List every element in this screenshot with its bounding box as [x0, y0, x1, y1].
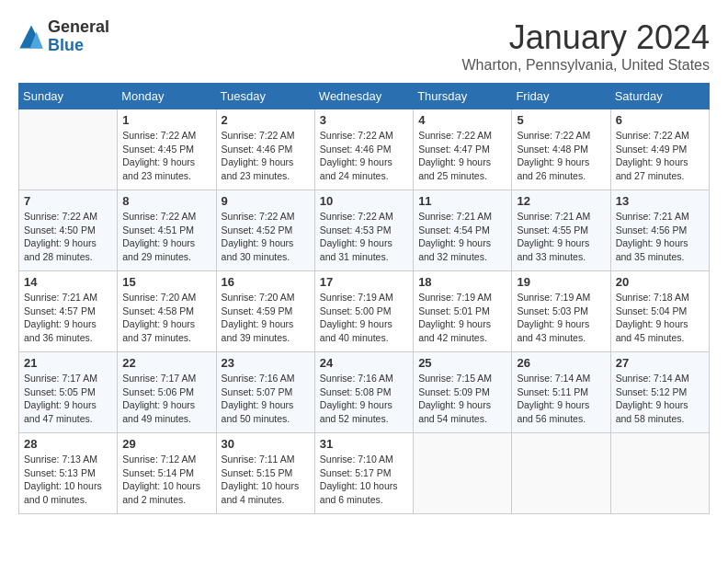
- title-block: January 2024 Wharton, Pennsylvania, Unit…: [462, 18, 710, 74]
- day-info: Sunrise: 7:12 AMSunset: 5:14 PMDaylight:…: [122, 453, 210, 507]
- logo-general-label: General: [48, 18, 109, 37]
- day-number: 29: [122, 437, 210, 451]
- day-number: 21: [24, 356, 112, 370]
- calendar-day-cell: 2Sunrise: 7:22 AMSunset: 4:46 PMDaylight…: [216, 109, 314, 190]
- calendar-header-row: SundayMondayTuesdayWednesdayThursdayFrid…: [19, 84, 710, 109]
- day-info: Sunrise: 7:21 AMSunset: 4:57 PMDaylight:…: [24, 291, 112, 345]
- logo-text: General Blue: [48, 18, 109, 55]
- day-number: 20: [616, 275, 704, 289]
- calendar-day-cell: 6Sunrise: 7:22 AMSunset: 4:49 PMDaylight…: [610, 109, 709, 190]
- calendar-day-cell: 25Sunrise: 7:15 AMSunset: 5:09 PMDayligh…: [414, 352, 512, 433]
- day-info: Sunrise: 7:14 AMSunset: 5:11 PMDaylight:…: [517, 372, 605, 426]
- day-number: 13: [616, 194, 704, 208]
- calendar-day-cell: 23Sunrise: 7:16 AMSunset: 5:07 PMDayligh…: [216, 352, 314, 433]
- calendar-day-cell: 14Sunrise: 7:21 AMSunset: 4:57 PMDayligh…: [19, 271, 118, 352]
- calendar-day-cell: 1Sunrise: 7:22 AMSunset: 4:45 PMDaylight…: [118, 109, 216, 190]
- day-number: 23: [222, 356, 310, 370]
- day-info: Sunrise: 7:18 AMSunset: 5:04 PMDaylight:…: [616, 291, 704, 345]
- calendar-table: SundayMondayTuesdayWednesdayThursdayFrid…: [18, 83, 710, 514]
- calendar-day-cell: 13Sunrise: 7:21 AMSunset: 4:56 PMDayligh…: [610, 190, 709, 271]
- day-number: 7: [24, 194, 112, 208]
- calendar-day-cell: 27Sunrise: 7:14 AMSunset: 5:12 PMDayligh…: [610, 352, 709, 433]
- calendar-day-cell: 8Sunrise: 7:22 AMSunset: 4:51 PMDaylight…: [118, 190, 216, 271]
- calendar-day-cell: 16Sunrise: 7:20 AMSunset: 4:59 PMDayligh…: [216, 271, 314, 352]
- day-number: 9: [222, 194, 310, 208]
- month-title: January 2024: [462, 18, 710, 57]
- calendar-week-row: 14Sunrise: 7:21 AMSunset: 4:57 PMDayligh…: [19, 271, 710, 352]
- page-header: General Blue January 2024 Wharton, Penns…: [18, 18, 710, 74]
- calendar-day-cell: [610, 433, 709, 514]
- day-number: 2: [222, 113, 310, 127]
- calendar-day-cell: 12Sunrise: 7:21 AMSunset: 4:55 PMDayligh…: [512, 190, 610, 271]
- calendar-day-cell: [19, 109, 118, 190]
- day-number: 16: [222, 275, 310, 289]
- day-number: 4: [418, 113, 506, 127]
- day-info: Sunrise: 7:22 AMSunset: 4:51 PMDaylight:…: [122, 210, 210, 264]
- calendar-day-cell: 17Sunrise: 7:19 AMSunset: 5:00 PMDayligh…: [314, 271, 413, 352]
- calendar-day-cell: 21Sunrise: 7:17 AMSunset: 5:05 PMDayligh…: [19, 352, 118, 433]
- day-info: Sunrise: 7:21 AMSunset: 4:54 PMDaylight:…: [418, 210, 506, 264]
- calendar-day-cell: 19Sunrise: 7:19 AMSunset: 5:03 PMDayligh…: [512, 271, 610, 352]
- day-number: 1: [122, 113, 210, 127]
- day-info: Sunrise: 7:20 AMSunset: 4:58 PMDaylight:…: [122, 291, 210, 345]
- calendar-week-row: 1Sunrise: 7:22 AMSunset: 4:45 PMDaylight…: [19, 109, 710, 190]
- day-number: 18: [418, 275, 506, 289]
- day-info: Sunrise: 7:21 AMSunset: 4:55 PMDaylight:…: [517, 210, 605, 264]
- day-number: 19: [517, 275, 605, 289]
- day-header-tuesday: Tuesday: [216, 84, 314, 109]
- calendar-day-cell: [414, 433, 512, 514]
- day-number: 11: [418, 194, 506, 208]
- calendar-day-cell: 9Sunrise: 7:22 AMSunset: 4:52 PMDaylight…: [216, 190, 314, 271]
- day-info: Sunrise: 7:11 AMSunset: 5:15 PMDaylight:…: [222, 453, 310, 507]
- day-header-thursday: Thursday: [414, 84, 512, 109]
- day-info: Sunrise: 7:17 AMSunset: 5:06 PMDaylight:…: [122, 372, 210, 426]
- day-info: Sunrise: 7:22 AMSunset: 4:46 PMDaylight:…: [320, 129, 408, 183]
- calendar-day-cell: 11Sunrise: 7:21 AMSunset: 4:54 PMDayligh…: [414, 190, 512, 271]
- day-info: Sunrise: 7:13 AMSunset: 5:13 PMDaylight:…: [24, 453, 112, 507]
- day-number: 14: [24, 275, 112, 289]
- calendar-day-cell: 5Sunrise: 7:22 AMSunset: 4:48 PMDaylight…: [512, 109, 610, 190]
- calendar-day-cell: 10Sunrise: 7:22 AMSunset: 4:53 PMDayligh…: [314, 190, 413, 271]
- day-header-wednesday: Wednesday: [314, 84, 413, 109]
- day-info: Sunrise: 7:22 AMSunset: 4:53 PMDaylight:…: [320, 210, 408, 264]
- day-header-friday: Friday: [512, 84, 610, 109]
- day-info: Sunrise: 7:14 AMSunset: 5:12 PMDaylight:…: [616, 372, 704, 426]
- day-info: Sunrise: 7:21 AMSunset: 4:56 PMDaylight:…: [616, 210, 704, 264]
- day-info: Sunrise: 7:19 AMSunset: 5:00 PMDaylight:…: [320, 291, 408, 345]
- calendar-week-row: 28Sunrise: 7:13 AMSunset: 5:13 PMDayligh…: [19, 433, 710, 514]
- calendar-day-cell: 26Sunrise: 7:14 AMSunset: 5:11 PMDayligh…: [512, 352, 610, 433]
- calendar-day-cell: 3Sunrise: 7:22 AMSunset: 4:46 PMDaylight…: [314, 109, 413, 190]
- day-number: 5: [517, 113, 605, 127]
- calendar-day-cell: 29Sunrise: 7:12 AMSunset: 5:14 PMDayligh…: [118, 433, 216, 514]
- day-number: 26: [517, 356, 605, 370]
- day-number: 10: [320, 194, 408, 208]
- day-info: Sunrise: 7:19 AMSunset: 5:03 PMDaylight:…: [517, 291, 605, 345]
- day-info: Sunrise: 7:22 AMSunset: 4:49 PMDaylight:…: [616, 129, 704, 183]
- day-info: Sunrise: 7:16 AMSunset: 5:08 PMDaylight:…: [320, 372, 408, 426]
- calendar-day-cell: 28Sunrise: 7:13 AMSunset: 5:13 PMDayligh…: [19, 433, 118, 514]
- day-number: 12: [517, 194, 605, 208]
- day-info: Sunrise: 7:15 AMSunset: 5:09 PMDaylight:…: [418, 372, 506, 426]
- day-number: 30: [222, 437, 310, 451]
- calendar-day-cell: 4Sunrise: 7:22 AMSunset: 4:47 PMDaylight…: [414, 109, 512, 190]
- day-number: 24: [320, 356, 408, 370]
- day-info: Sunrise: 7:10 AMSunset: 5:17 PMDaylight:…: [320, 453, 408, 507]
- day-info: Sunrise: 7:22 AMSunset: 4:50 PMDaylight:…: [24, 210, 112, 264]
- day-info: Sunrise: 7:20 AMSunset: 4:59 PMDaylight:…: [222, 291, 310, 345]
- day-info: Sunrise: 7:22 AMSunset: 4:45 PMDaylight:…: [122, 129, 210, 183]
- day-header-sunday: Sunday: [19, 84, 118, 109]
- location-label: Wharton, Pennsylvania, United States: [462, 57, 710, 74]
- day-number: 8: [122, 194, 210, 208]
- calendar-week-row: 7Sunrise: 7:22 AMSunset: 4:50 PMDaylight…: [19, 190, 710, 271]
- day-info: Sunrise: 7:19 AMSunset: 5:01 PMDaylight:…: [418, 291, 506, 345]
- calendar-day-cell: 24Sunrise: 7:16 AMSunset: 5:08 PMDayligh…: [314, 352, 413, 433]
- day-number: 28: [24, 437, 112, 451]
- calendar-day-cell: 7Sunrise: 7:22 AMSunset: 4:50 PMDaylight…: [19, 190, 118, 271]
- day-number: 27: [616, 356, 704, 370]
- calendar-week-row: 21Sunrise: 7:17 AMSunset: 5:05 PMDayligh…: [19, 352, 710, 433]
- day-number: 3: [320, 113, 408, 127]
- day-info: Sunrise: 7:22 AMSunset: 4:48 PMDaylight:…: [517, 129, 605, 183]
- day-number: 17: [320, 275, 408, 289]
- day-header-saturday: Saturday: [610, 84, 709, 109]
- day-number: 6: [616, 113, 704, 127]
